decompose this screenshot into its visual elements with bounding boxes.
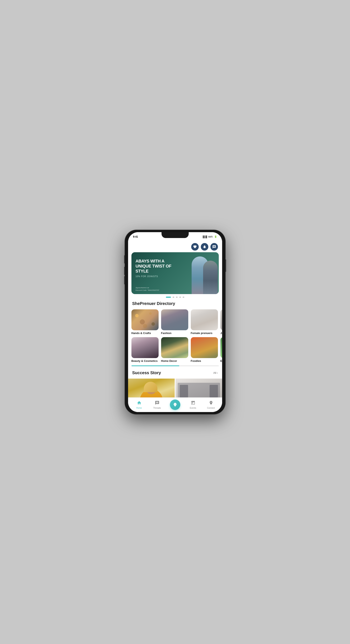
person-silhouette-2: [203, 260, 218, 294]
directory-img-hands-crafts: [131, 309, 159, 330]
signal-icon: ▐▐▐: [202, 236, 207, 238]
banner-subtitle: 10% FOR JOINISTS: [136, 275, 173, 278]
directory-label-fashion: Fashion: [161, 332, 172, 335]
img-bg: [161, 309, 188, 330]
messages-button[interactable]: [210, 243, 218, 250]
directory-item-fashion[interactable]: Fashion: [161, 309, 188, 335]
success-section-header: Success Story All ›: [128, 370, 222, 375]
notifications-button[interactable]: [201, 243, 208, 250]
banner-container[interactable]: ABAYS WITH A UNIQUE TWIST OF STYLE 10% F…: [128, 252, 222, 294]
img-bg: [131, 337, 159, 358]
dot-5[interactable]: [183, 296, 184, 298]
notch: [162, 232, 189, 238]
img-bg: [191, 309, 218, 330]
banner-text-area: ABAYS WITH A UNIQUE TWIST OF STYLE 10% F…: [136, 258, 173, 281]
dot-3[interactable]: [176, 296, 178, 298]
directory-label-hands-crafts: Hands & Crafts: [131, 332, 151, 335]
threads-icon: [155, 400, 159, 406]
add-button[interactable]: [170, 400, 180, 410]
nav-item-connect[interactable]: Connect: [202, 400, 220, 410]
banner-card[interactable]: ABAYS WITH A UNIQUE TWIST OF STYLE 10% F…: [131, 252, 219, 294]
nav-item-events[interactable]: Events: [184, 400, 202, 410]
wifi-icon: WiFi: [208, 236, 213, 238]
status-icons: ▐▐▐ WiFi 🔋: [202, 235, 217, 238]
directory-label-female-prenuers: Female prenuers: [191, 332, 213, 335]
directory-img-join: [220, 309, 222, 330]
directory-img-home-decor: [161, 337, 188, 358]
nav-item-threads[interactable]: Threads: [148, 400, 166, 410]
directory-grid: Hands & Crafts Fashion: [131, 309, 222, 362]
home-icon: [137, 400, 141, 406]
img-bg: [131, 309, 159, 330]
craft-decoration: [131, 309, 159, 330]
nav-item-home[interactable]: Home: [130, 400, 148, 410]
img-bg: [191, 337, 218, 358]
directory-img-fashion: [161, 309, 188, 330]
directory-section-header: ShePrenuer Directory: [128, 301, 222, 306]
chevron-right-icon: ›: [217, 371, 218, 374]
directory-img-female-prenuers: [191, 309, 218, 330]
directory-item-home-decor[interactable]: Home Decor: [161, 337, 188, 362]
directory-item-hands-crafts[interactable]: Hands & Crafts: [131, 309, 159, 335]
banner-title: ABAYS WITH A UNIQUE TWIST OF STYLE: [136, 258, 173, 274]
directory-item-foodies[interactable]: Foodies: [191, 337, 218, 362]
banner-footer-line2: Discount Code: "IMAJOINISTI0": [136, 289, 159, 292]
phone-screen: 9:41 ▐▐▐ WiFi 🔋: [128, 232, 222, 412]
dot-4[interactable]: [179, 296, 181, 298]
carousel-dots: [128, 296, 222, 298]
img-bg: [161, 337, 188, 358]
directory-title: ShePrenuer Directory: [132, 301, 175, 306]
nav-item-add[interactable]: [166, 400, 184, 410]
directory-img-events: [220, 337, 222, 358]
directory-label-events: Eve...: [220, 359, 222, 362]
img-bg: [220, 309, 222, 330]
success-all-button[interactable]: All ›: [213, 371, 218, 374]
header-icons-bar: [128, 241, 222, 252]
heart-button[interactable]: [191, 243, 199, 250]
directory-label-foodies: Foodies: [191, 359, 201, 362]
banner-image: [173, 252, 219, 294]
directory-label-join: Join: [220, 332, 222, 335]
phone-device: 9:41 ▐▐▐ WiFi 🔋: [125, 230, 225, 414]
directory-label-beauty: Beauty & Cosmetics: [131, 359, 158, 362]
dot-1[interactable]: [166, 296, 171, 298]
directory-item-female-prenuers[interactable]: Female prenuers: [191, 309, 218, 335]
screen-content[interactable]: 9:41 ▐▐▐ WiFi 🔋: [128, 232, 222, 412]
directory-item-join[interactable]: Join: [220, 309, 222, 335]
directory-img-foodies: [191, 337, 218, 358]
directory-img-beauty: [131, 337, 159, 358]
nav-label-connect: Connect: [207, 407, 215, 409]
banner-footer-line1: @gracefashion.ae: [136, 286, 159, 289]
directory-item-beauty[interactable]: Beauty & Cosmetics: [131, 337, 159, 362]
connect-icon: [209, 400, 213, 406]
events-icon: [191, 400, 195, 406]
directory-scroll[interactable]: Hands & Crafts Fashion: [128, 309, 222, 362]
banner-footer: @gracefashion.ae Discount Code: "IMAJOIN…: [136, 286, 159, 292]
bottom-nav: Home Threads Event: [128, 398, 222, 412]
img-bg: [220, 337, 222, 358]
nav-label-events: Events: [190, 407, 196, 409]
nav-label-threads: Threads: [153, 407, 161, 409]
nav-label-home: Home: [136, 407, 142, 409]
directory-item-events[interactable]: Eve...: [220, 337, 222, 362]
status-time: 9:41: [133, 235, 138, 238]
all-label: All: [213, 371, 216, 374]
battery-icon: 🔋: [214, 235, 217, 238]
dot-2[interactable]: [173, 296, 174, 298]
directory-label-home-decor: Home Decor: [161, 359, 177, 362]
success-title: Success Story: [132, 370, 161, 375]
